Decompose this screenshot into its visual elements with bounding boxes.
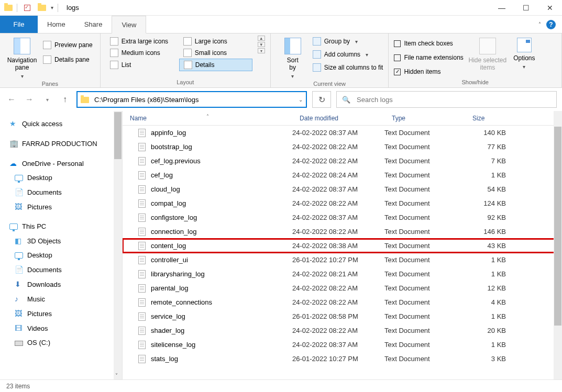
options-button[interactable]: Options ▾ (508, 36, 541, 70)
qat-customize[interactable]: ▾ (51, 5, 53, 10)
tree-pc-documents[interactable]: 📄Documents (0, 262, 122, 277)
file-extensions-toggle[interactable]: File name extensions (394, 52, 463, 63)
document-icon (138, 327, 146, 335)
help-icon[interactable]: ? (546, 20, 556, 29)
tree-this-pc[interactable]: This PC (0, 219, 122, 233)
layout-small[interactable]: Small icons (179, 47, 252, 59)
tree-pc-downloads[interactable]: ⬇Downloads (0, 277, 122, 292)
back-button[interactable]: ← (5, 93, 18, 106)
group-by-button[interactable]: Group by▾ (313, 36, 383, 47)
ribbon-collapse-icon[interactable]: ˄ (538, 21, 541, 27)
table-row[interactable]: stats_log26-01-2022 10:27 PMText Documen… (123, 352, 562, 366)
address-input[interactable] (93, 95, 294, 104)
table-row[interactable]: remote_connections24-02-2022 08:22 AMTex… (123, 295, 562, 309)
file-size: 1 KB (465, 341, 515, 349)
separator (58, 4, 58, 12)
pictures-icon: 🖼 (15, 203, 23, 211)
layout-expand[interactable]: ▾ (258, 48, 265, 53)
forward-button[interactable]: → (23, 93, 36, 106)
file-size: 54 KB (465, 185, 515, 193)
table-row[interactable]: controller_ui26-01-2022 10:27 PMText Doc… (123, 253, 562, 267)
tree-pc-pictures[interactable]: 🖼Pictures (0, 306, 122, 321)
file-type: Text Document (384, 199, 465, 207)
app-icon (4, 5, 13, 11)
tab-file[interactable]: File (0, 16, 38, 33)
tree-3d[interactable]: ◧3D Objects (0, 233, 122, 248)
navigation-pane-button[interactable]: Navigation pane ▾ (5, 36, 39, 79)
recent-locations[interactable]: ▾ (41, 93, 53, 106)
tree-pc-desktop[interactable]: Desktop (0, 248, 122, 262)
sort-by-button[interactable]: Sort by ▾ (276, 36, 310, 79)
minimize-button[interactable]: ― (490, 0, 514, 16)
size-columns-button[interactable]: Size all columns to fit (313, 62, 383, 73)
layout-medium[interactable]: Medium icons (106, 47, 179, 59)
pictures-icon: 🖼 (15, 309, 23, 318)
table-row[interactable]: cef_log.previous24-02-2022 08:22 AMText … (123, 154, 562, 168)
tree-onedrive[interactable]: ☁OneDrive - Personal (0, 156, 122, 171)
qat-properties[interactable] (21, 2, 33, 14)
col-type[interactable]: Type (384, 115, 465, 122)
tree-quick-access[interactable]: ★Quick access (0, 116, 122, 131)
layout-large[interactable]: Large icons (179, 36, 252, 47)
table-row[interactable]: content_log24-02-2022 08:38 AMText Docum… (123, 239, 562, 253)
file-name: content_log (151, 242, 186, 250)
table-row[interactable]: appinfo_log24-02-2022 08:37 AMText Docum… (123, 126, 562, 140)
file-type: Text Document (384, 129, 465, 137)
layout-scroll-up[interactable]: ▲ (258, 36, 265, 41)
table-row[interactable]: cloud_log24-02-2022 08:37 AMText Documen… (123, 182, 562, 196)
search-box[interactable]: 🔍 (336, 91, 557, 108)
table-row[interactable]: service_log26-01-2022 08:58 PMText Docum… (123, 309, 562, 323)
preview-pane-button[interactable]: Preview pane (41, 39, 95, 51)
table-row[interactable]: parental_log24-02-2022 08:22 AMText Docu… (123, 281, 562, 295)
tab-view[interactable]: View (112, 16, 146, 33)
table-row[interactable]: bootstrap_log24-02-2022 08:22 AMText Doc… (123, 140, 562, 154)
tab-share[interactable]: Share (75, 16, 112, 33)
document-icon (138, 284, 146, 293)
col-date[interactable]: Date modified (292, 115, 384, 122)
search-input[interactable] (356, 95, 551, 104)
qat-folder[interactable] (36, 2, 48, 14)
tree-pc-music[interactable]: ♪Music (0, 292, 122, 306)
layout-details[interactable]: Details (179, 59, 252, 71)
tree-scrollbar[interactable]: ˄ ˅ (114, 111, 122, 379)
table-row[interactable]: shader_log24-02-2022 08:22 AMText Docume… (123, 323, 562, 338)
list-scrollbar[interactable] (554, 111, 562, 379)
3d-icon: ◧ (15, 237, 23, 245)
item-checkboxes-toggle[interactable]: Item check boxes (394, 38, 463, 49)
hidden-items-toggle[interactable]: Hidden items (394, 66, 463, 77)
details-pane-button[interactable]: Details pane (41, 53, 95, 66)
address-bar[interactable]: ⌄ (76, 91, 307, 108)
layout-list[interactable]: List (106, 59, 179, 71)
table-row[interactable]: sitelicense_log24-02-2022 08:37 AMText D… (123, 338, 562, 352)
file-name: stats_log (151, 355, 178, 363)
tree-od-documents[interactable]: 📄Documents (0, 185, 122, 199)
refresh-button[interactable]: ↻ (312, 91, 331, 108)
tab-home[interactable]: Home (38, 16, 75, 33)
close-button[interactable]: ✕ (538, 0, 562, 16)
tree-pc-videos[interactable]: 🎞Videos (0, 321, 122, 335)
col-size[interactable]: Size (465, 115, 515, 122)
tree-od-desktop[interactable]: Desktop (0, 171, 122, 185)
list-scroll-thumb[interactable] (554, 127, 561, 326)
options-icon (517, 38, 532, 52)
table-row[interactable]: configstore_log24-02-2022 08:37 AMText D… (123, 210, 562, 225)
layout-scroll-down[interactable]: ▼ (258, 42, 265, 47)
up-button[interactable]: ↑ (59, 93, 71, 106)
table-row[interactable]: connection_log24-02-2022 08:22 AMText Do… (123, 225, 562, 239)
tree-od-pictures[interactable]: 🖼Pictures (0, 199, 122, 214)
file-size: 140 KB (465, 129, 515, 137)
layout-extra-large[interactable]: Extra large icons (106, 36, 179, 47)
window-title: logs (67, 4, 79, 12)
table-row[interactable]: compat_log24-02-2022 08:22 AMText Docume… (123, 196, 562, 210)
add-columns-button[interactable]: Add columns▾ (313, 49, 383, 60)
table-row[interactable]: cef_log24-02-2022 08:24 AMText Document1… (123, 168, 562, 182)
tree-farrad[interactable]: 🏢FARRAD PRODUCTION (0, 136, 122, 151)
col-name[interactable]: ˄Name (123, 115, 292, 122)
tree-pc-osc[interactable]: OS (C:) (0, 335, 122, 350)
status-bar: 23 items (0, 379, 562, 392)
table-row[interactable]: librarysharing_log24-02-2022 08:21 AMTex… (123, 267, 562, 281)
address-dropdown-icon[interactable]: ⌄ (299, 97, 303, 103)
maximize-button[interactable]: ☐ (514, 0, 538, 16)
file-type: Text Document (384, 157, 465, 165)
tree-scroll-thumb[interactable] (114, 112, 122, 159)
